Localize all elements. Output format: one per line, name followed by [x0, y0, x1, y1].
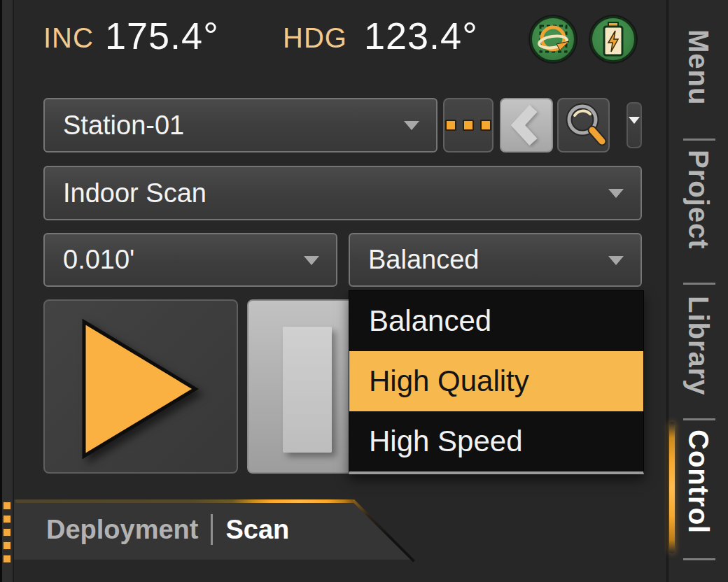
- left-edge-strip: [0, 0, 14, 582]
- accent-square: [3, 555, 11, 563]
- sidebar-item-label: Library: [685, 296, 713, 396]
- tab-divider: [211, 514, 213, 545]
- more-options-button[interactable]: [443, 98, 493, 152]
- back-chevron-icon: [504, 102, 549, 148]
- ellipsis-icon: [445, 120, 491, 131]
- rotation-status-button[interactable]: [530, 16, 576, 62]
- bottom-tab-bar: Deployment Scan: [14, 499, 414, 560]
- accent-square: [3, 502, 11, 510]
- sidebar-item-library[interactable]: Library: [668, 296, 728, 396]
- sidebar-divider: [683, 283, 715, 285]
- quality-option-high-speed[interactable]: High Speed: [349, 411, 643, 471]
- inclination-label: INC: [43, 22, 94, 54]
- quality-select[interactable]: Balanced: [349, 233, 642, 287]
- scan-profile-value: Indoor Scan: [63, 178, 206, 208]
- inclination-value: 175.4°: [105, 14, 219, 57]
- sidebar-divider: [683, 139, 715, 141]
- dropdown-caret-icon: [404, 121, 419, 130]
- resolution-value: 0.010': [63, 245, 134, 275]
- accent-square: [3, 515, 11, 523]
- accent-square: [3, 528, 11, 537]
- scan-profile-select[interactable]: Indoor Scan: [43, 166, 642, 220]
- station-select-value: Station-01: [63, 111, 184, 141]
- right-sidebar: Menu Project Library Control: [666, 0, 728, 582]
- resolution-select[interactable]: 0.010': [43, 233, 337, 287]
- battery-status-button[interactable]: [590, 16, 636, 62]
- station-select[interactable]: Station-01: [43, 98, 438, 152]
- sidebar-item-label: Project: [685, 150, 713, 250]
- dropdown-caret-icon: [629, 117, 640, 124]
- quality-dropdown-menu: Balanced High Quality High Speed: [349, 290, 644, 474]
- sidebar-item-menu[interactable]: Menu: [668, 29, 728, 105]
- accent-square: [3, 541, 11, 550]
- station-expand-button[interactable]: [626, 102, 642, 148]
- rotation-status-icon: [530, 16, 576, 62]
- sidebar-item-label: Control: [685, 430, 713, 534]
- tab-deployment[interactable]: Deployment: [46, 515, 198, 545]
- tab-scan[interactable]: Scan: [225, 515, 289, 545]
- play-icon: [45, 301, 239, 475]
- battery-icon: [590, 16, 636, 62]
- heading-label: HDG: [283, 22, 347, 54]
- search-button[interactable]: [557, 98, 610, 152]
- search-icon: [561, 101, 607, 150]
- sidebar-divider: [683, 558, 715, 560]
- quality-option-high-quality[interactable]: High Quality: [349, 351, 643, 411]
- heading-value: 123.4°: [364, 14, 478, 57]
- start-scan-button[interactable]: [43, 299, 238, 474]
- scanner-control-panel: INC 175.4° HDG 123.4° Station-01: [0, 0, 728, 582]
- back-button[interactable]: [500, 98, 553, 152]
- sidebar-item-label: Menu: [685, 29, 713, 105]
- sidebar-item-project[interactable]: Project: [668, 150, 728, 250]
- tab-accent-line: [15, 499, 355, 503]
- quality-value: Balanced: [368, 245, 479, 275]
- dropdown-caret-icon: [304, 256, 319, 265]
- sidebar-item-control[interactable]: Control: [668, 430, 728, 534]
- left-accent-squares: [3, 502, 11, 563]
- dropdown-caret-icon: [608, 256, 624, 265]
- dropdown-caret-icon: [608, 189, 624, 198]
- pause-icon: [283, 327, 332, 453]
- quality-option-balanced[interactable]: Balanced: [349, 291, 643, 351]
- sidebar-divider: [683, 418, 715, 420]
